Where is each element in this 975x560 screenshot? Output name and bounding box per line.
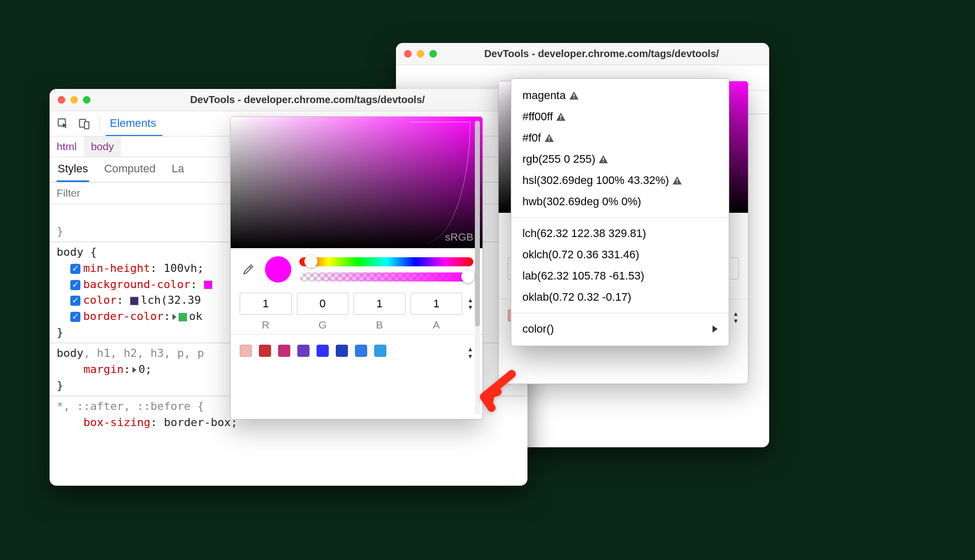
format-option[interactable]: hwb(302.69deg 0% 0%): [511, 191, 729, 212]
zoom-icon[interactable]: [429, 50, 437, 58]
subtab-layout[interactable]: La: [170, 157, 185, 182]
channel-g-input[interactable]: [297, 293, 349, 315]
picker-controls: [231, 248, 482, 288]
traffic-lights: [58, 96, 91, 104]
slider-thumb[interactable]: [461, 270, 474, 283]
window-title: DevTools - developer.chrome.com/tags/dev…: [96, 94, 519, 106]
svg-rect-10: [603, 161, 604, 162]
menu-separator: [511, 217, 729, 218]
format-option[interactable]: lch(62.32 122.38 329.81): [511, 223, 729, 244]
format-option[interactable]: oklab(0.72 0.32 -0.17): [511, 287, 729, 308]
channel-a-label: A: [411, 315, 463, 331]
channel-b-input[interactable]: [353, 293, 406, 315]
toggle-checkbox[interactable]: [70, 296, 80, 306]
palette-swatch[interactable]: [336, 345, 348, 357]
palette-cycle-icon[interactable]: ▲▼: [467, 342, 473, 360]
svg-rect-2: [84, 121, 89, 128]
warning-icon: [598, 155, 608, 164]
palette-swatch[interactable]: [278, 345, 290, 357]
palette-swatch[interactable]: [240, 345, 252, 357]
warning-icon: [556, 112, 566, 121]
inspect-element-icon[interactable]: [55, 115, 72, 132]
gamut-label: sRGB: [445, 231, 473, 243]
channel-b-label: B: [353, 315, 406, 331]
svg-rect-11: [677, 179, 678, 181]
titlebar: DevTools - developer.chrome.com/tags/dev…: [396, 43, 769, 65]
palette-cycle-icon[interactable]: ▲▼: [733, 306, 739, 324]
color-picker: sRGB R G B A ▲▼: [230, 116, 483, 419]
alpha-slider[interactable]: [299, 272, 473, 282]
current-color-swatch: [265, 256, 291, 283]
subtab-styles[interactable]: Styles: [57, 157, 89, 182]
svg-rect-5: [560, 115, 561, 118]
slider-thumb[interactable]: [304, 255, 318, 268]
format-option[interactable]: #f0f: [511, 127, 729, 149]
titlebar: DevTools - developer.chrome.com/tags/dev…: [50, 89, 527, 111]
channel-r-input[interactable]: [240, 293, 292, 315]
svg-rect-7: [549, 136, 550, 139]
format-option[interactable]: oklch(0.72 0.36 331.46): [511, 244, 729, 265]
gamut-boundary: [410, 122, 470, 243]
svg-rect-9: [603, 158, 604, 160]
format-option-submenu[interactable]: color(): [511, 318, 729, 340]
warning-icon: [569, 91, 579, 100]
annotation-arrow-icon: [471, 366, 517, 415]
format-cycle-icon[interactable]: ▲▼: [467, 293, 473, 311]
subtab-computed[interactable]: Computed: [103, 157, 157, 182]
minimize-icon[interactable]: [417, 50, 424, 58]
color-swatch-icon[interactable]: [204, 281, 212, 289]
palette-swatch[interactable]: [355, 345, 367, 357]
menu-separator: [511, 313, 729, 313]
chevron-right-icon: [713, 325, 718, 333]
expand-icon[interactable]: [132, 367, 137, 373]
format-option[interactable]: rgb(255 0 255): [511, 149, 729, 170]
warning-icon: [544, 133, 554, 143]
hue-slider[interactable]: [299, 257, 473, 266]
warning-icon: [672, 176, 682, 185]
svg-rect-4: [573, 98, 574, 99]
format-option[interactable]: lab(62.32 105.78 -61.53): [511, 265, 729, 287]
zoom-icon[interactable]: [83, 96, 91, 104]
palette-swatch[interactable]: [259, 345, 271, 357]
svg-rect-3: [573, 94, 574, 97]
tab-elements[interactable]: Elements: [106, 112, 162, 136]
svg-rect-12: [677, 182, 678, 183]
palette-row: ▲▼: [231, 334, 482, 367]
toggle-checkbox[interactable]: [70, 264, 80, 274]
palette-swatch[interactable]: [297, 345, 309, 357]
crumb-body[interactable]: body: [84, 136, 121, 157]
traffic-lights: [404, 50, 437, 58]
palette-swatch[interactable]: [317, 345, 329, 357]
window-title: DevTools - developer.chrome.com/tags/dev…: [442, 48, 761, 60]
color-swatch-icon[interactable]: [130, 297, 139, 305]
spectrum[interactable]: sRGB: [231, 117, 482, 248]
color-format-menu: magenta #ff00ff #f0f rgb(255 0 255) hsl(…: [511, 78, 729, 346]
channel-a-input[interactable]: [411, 293, 463, 315]
color-swatch-icon[interactable]: [179, 313, 187, 321]
close-icon[interactable]: [404, 50, 412, 58]
device-toggle-icon[interactable]: [76, 115, 93, 132]
toggle-checkbox[interactable]: [70, 312, 80, 322]
crumb-html[interactable]: html: [50, 136, 84, 157]
channel-g-label: G: [297, 315, 349, 331]
svg-rect-6: [560, 119, 561, 120]
eyedropper-icon[interactable]: [240, 261, 257, 278]
expand-icon[interactable]: [172, 314, 176, 320]
format-option[interactable]: magenta: [511, 85, 729, 106]
close-icon[interactable]: [58, 96, 65, 104]
channel-inputs: R G B A ▲▼: [231, 288, 482, 334]
channel-r-label: R: [240, 315, 292, 331]
toggle-checkbox[interactable]: [70, 280, 80, 290]
format-option[interactable]: hsl(302.69deg 100% 43.32%): [511, 170, 729, 191]
minimize-icon[interactable]: [70, 96, 78, 104]
svg-rect-8: [549, 140, 550, 141]
palette-swatch[interactable]: [374, 345, 386, 357]
format-option[interactable]: #ff00ff: [511, 106, 729, 127]
